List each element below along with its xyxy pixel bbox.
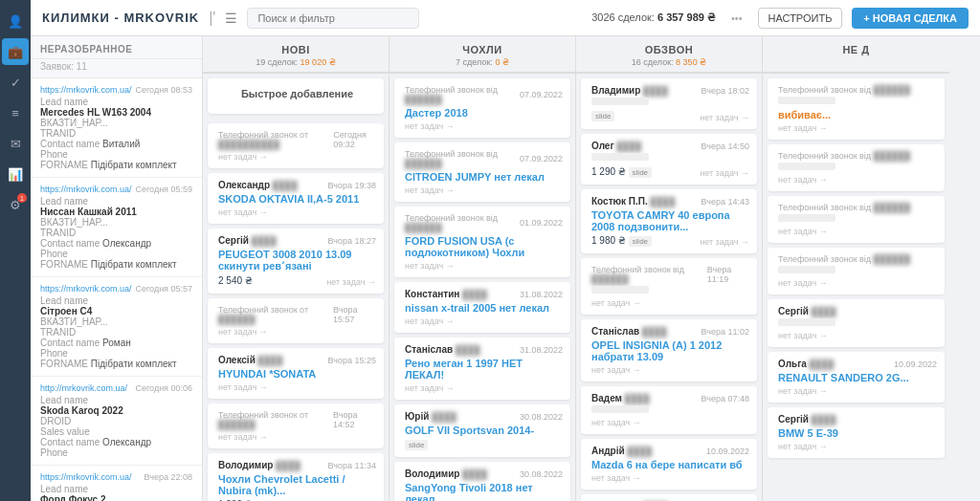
card-person: Константин ████ — [405, 289, 487, 299]
col-body-chokhly: Телефонний звонок від ██████ 07.09.2022 … — [390, 74, 575, 501]
card-ob-4[interactable]: Телефонний звонок від ██████ Вчера 11:19… — [581, 258, 757, 315]
card-title: Рено меган 1 1997 НЕТ ЛЕКАЛ! — [405, 358, 563, 381]
sidebar: 👤 💼 ✓ ≡ ✉ 📊 ⚙ — [0, 0, 31, 501]
card-title: TOYOTA CAMRY 40 европа 2008 подзвонити..… — [591, 209, 749, 232]
card-person: Вадем ████ — [591, 393, 649, 403]
col-obzvon: ОБЗВОН 16 сделок: 8 350 ₴ Владимир ████ … — [576, 36, 763, 501]
card-ned-4[interactable]: Телефонний звонок від ██████ нет задач → — [768, 248, 945, 294]
card-ob-1[interactable]: Владимир ████ Вчера 18:02 slide нет зада… — [581, 78, 757, 129]
main-area: КИЛИМКИ - MRKOVRIK |' ☰ 3026 сделок: 6 3… — [31, 0, 980, 501]
no-task: нет задач → — [591, 365, 749, 375]
menu-icon[interactable]: ☰ — [225, 11, 237, 26]
sidebar-icon-settings[interactable]: ⚙ — [2, 191, 29, 218]
fast-add-card[interactable]: Быстрое добавление — [208, 78, 384, 114]
settings-button[interactable]: НАСТРОИТЬ — [758, 8, 843, 29]
card-ob-2[interactable]: Олег ████ Вчера 14:50 1 290 ₴ slide нет … — [581, 134, 757, 185]
left-item-5[interactable]: https://mrkovrik.com.ua/ Вчера 22:08 Lea… — [31, 466, 202, 501]
sidebar-icon-deals[interactable]: 💼 — [2, 38, 29, 65]
col-stats-ne-d — [772, 57, 940, 67]
col-header-obzvon: ОБЗВОН 16 сделок: 8 350 ₴ — [576, 36, 762, 74]
card-date: Вчора 15:57 — [333, 305, 376, 324]
col-stats-chokhly: 7 сделок: 0 ₴ — [399, 57, 566, 67]
card-ob-5[interactable]: Станіслав ████ Вчера 11:02 OPEL INSIGNIA… — [581, 319, 757, 381]
card-novi-5[interactable]: Олексій ████ Вчора 15:25 HYUNDAI *SONATA… — [208, 348, 384, 399]
no-task: нет задач → — [778, 123, 937, 133]
card-ob-8[interactable]: Владимир ████ 07.09.2022 набрати в 14-00… — [581, 494, 757, 501]
new-deal-button[interactable]: + НОВАЯ СДЕЛКА — [852, 8, 969, 29]
left-item-3[interactable]: https://mrkovrik.com.ua/ Сегодня 05:57 L… — [31, 277, 202, 377]
no-task: нет задач → — [591, 473, 749, 483]
card-person: Костюк П.П. ████ — [591, 196, 675, 207]
card-date: 31.08.2022 — [520, 345, 563, 355]
card-date: Вчера 18:02 — [702, 86, 749, 96]
card-title: CITROEN JUMPY нет лекал — [405, 171, 563, 183]
card-date: Сегодня 09:32 — [333, 130, 376, 149]
card-title: FORD FUSION USA (с подлокотником) Чохли — [405, 235, 563, 258]
card-ned-3[interactable]: Телефонний звонок від ██████ нет задач → — [768, 196, 945, 243]
header-stats: 3026 сделок: 6 357 989 ₴ — [591, 11, 716, 24]
card-novi-2[interactable]: Олександр ████ Вчора 19:38 SKODA OKTAVIA… — [208, 173, 384, 224]
card-ned-2[interactable]: Телефонний звонок від ██████ нет задач → — [768, 144, 945, 191]
card-source: Телефонний звонок від ██████ — [778, 254, 910, 264]
card-novi-3[interactable]: Сергій ████ Вчора 18:27 PEUGEOT 3008 201… — [208, 229, 384, 294]
card-date: Вчера 11:19 — [707, 265, 749, 284]
sidebar-icon-user[interactable]: 👤 — [2, 8, 29, 34]
card-source: Телефонний звонок от ██████████ — [218, 130, 333, 149]
card-date: Вчора 14:52 — [333, 410, 376, 429]
left-item-4[interactable]: http://mrkovrik.com.ua/ Сегодня 00:06 Le… — [31, 377, 202, 466]
card-ob-3[interactable]: Костюк П.П. ████ Вчера 14:43 TOYOTA CAMR… — [581, 189, 757, 253]
card-date: 07.09.2022 — [520, 90, 563, 99]
col-title-obzvon: ОБЗВОН — [586, 44, 752, 55]
card-ch-1[interactable]: Телефонний звонок від ██████ 07.09.2022 … — [394, 78, 570, 138]
card-ned-5[interactable]: Сергій ████ нет задач → — [768, 299, 945, 347]
no-task: нет задач → — [218, 382, 376, 392]
card-ch-2[interactable]: Телефонний звонок від ██████ 07.09.2022 … — [394, 142, 570, 202]
card-date: 10.09.2022 — [894, 359, 937, 369]
card-person: Сергій ████ — [218, 235, 276, 246]
card-ned-6[interactable]: Ольга ████ 10.09.2022 RENAULT SANDERO 2G… — [768, 352, 945, 403]
card-date: Вчора 19:38 — [328, 181, 376, 190]
card-ch-5[interactable]: Станіслав ████ 31.08.2022 Рено меган 1 1… — [394, 338, 570, 400]
card-ch-3[interactable]: Телефонний звонок від ██████ 01.09.2022 … — [394, 207, 570, 277]
fast-add-title: Быстрое добавление — [218, 88, 376, 99]
card-ob-7[interactable]: Андрій ████ 10.09.2022 Mazda 6 на бере н… — [581, 439, 757, 490]
card-person: Олексій ████ — [218, 355, 282, 365]
card-ch-6[interactable]: Юрій ████ 30.08.2022 GOLF VII Sportsvan … — [394, 404, 570, 457]
sidebar-icon-list[interactable]: ≡ — [2, 99, 29, 126]
card-ch-7[interactable]: Володимир ████ 30.08.2022 SangYong Tivol… — [394, 462, 570, 501]
left-item-2[interactable]: https://mrkovrik.com.ua/ Сегодня 05:59 L… — [31, 178, 202, 277]
card-novi-1[interactable]: Телефонний звонок от ██████████ Сегодня … — [208, 123, 384, 168]
sidebar-icon-analytics[interactable]: 📊 — [2, 161, 29, 187]
col-body-obzvon: Владимир ████ Вчера 18:02 slide нет зада… — [576, 74, 762, 501]
no-task: нет задач → — [218, 152, 376, 162]
card-person: Андрій ████ — [591, 446, 652, 456]
unread-panel-subtitle: Заявок: 11 — [31, 59, 202, 78]
card-ch-4[interactable]: Константин ████ 31.08.2022 nissan x-trai… — [394, 282, 570, 333]
card-novi-4[interactable]: Телефонний звонок от ██████ Вчора 15:57 … — [208, 298, 384, 343]
no-task: нет задач → — [591, 418, 749, 427]
card-title: Mazda 6 на бере написати вб — [591, 459, 749, 470]
sidebar-icon-mail[interactable]: ✉ — [2, 130, 29, 157]
card-person: Станіслав ████ — [591, 326, 666, 337]
card-source: Телефонний звонок від ██████ — [405, 85, 520, 104]
card-price: 2 540 ₴ — [218, 275, 253, 286]
col-title-ne-d: НЕ Д — [772, 44, 940, 55]
no-task: нет задач → — [591, 298, 749, 308]
card-person: Юрій ████ — [405, 411, 457, 422]
card-novi-7[interactable]: Володимир ████ Вчора 11:34 Чохли Chevrol… — [208, 453, 384, 501]
no-task: нет задач → — [405, 383, 563, 393]
left-item-1[interactable]: https://mrkovrik.com.ua/ Сегодня 08:53 L… — [31, 78, 202, 178]
search-input[interactable] — [247, 8, 419, 29]
more-icon[interactable]: ••• — [731, 12, 743, 24]
card-ned-7[interactable]: Сергій ████ BMW 5 E-39 нет задач → — [768, 407, 945, 458]
card-ob-6[interactable]: Вадем ████ Вчера 07:48 нет задач → — [581, 386, 757, 434]
no-task: нет задач → — [405, 121, 563, 131]
unread-items-list: https://mrkovrik.com.ua/ Сегодня 08:53 L… — [31, 78, 202, 501]
sidebar-icon-tasks[interactable]: ✓ — [2, 69, 29, 96]
card-ned-1[interactable]: Телефонний звонок від ██████ вибиває... … — [768, 78, 945, 140]
card-date: 01.09.2022 — [520, 218, 563, 228]
col-body-ne-d: Телефонний звонок від ██████ вибиває... … — [763, 74, 949, 501]
card-person: Владимир ████ — [591, 85, 668, 96]
card-person: Станіслав ████ — [405, 344, 479, 355]
card-novi-6[interactable]: Телефонний звонок от ██████ Вчора 14:52 … — [208, 403, 384, 448]
